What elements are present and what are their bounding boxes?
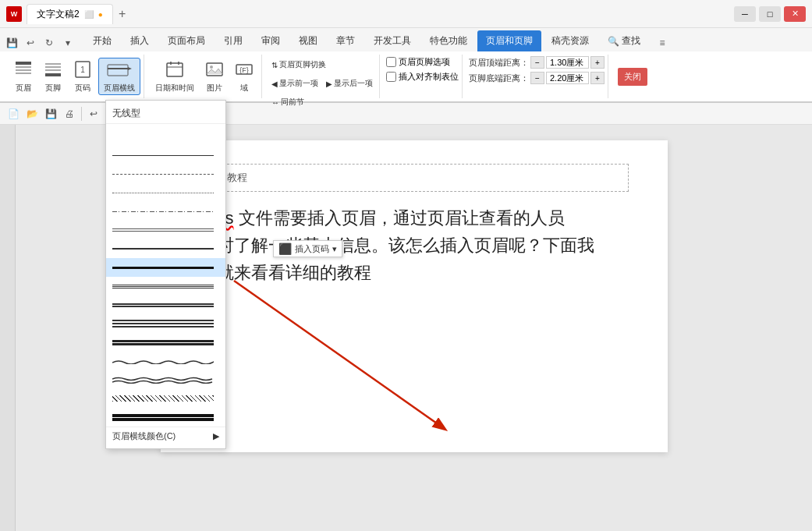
show-next-button[interactable]: ▶ 显示后一项 bbox=[323, 75, 376, 92]
close-header-footer-button[interactable]: 关闭 bbox=[618, 68, 647, 86]
image-button[interactable]: 图片 bbox=[200, 58, 229, 95]
wps-logo: W bbox=[6, 6, 22, 22]
color-option-arrow: ▶ bbox=[213, 431, 219, 441]
header-button[interactable]: 页眉 bbox=[9, 58, 37, 95]
line-item-striped[interactable] bbox=[106, 296, 225, 314]
title-bar: W 文字文稿2 ⬜ ● + ─ □ ✕ bbox=[0, 0, 812, 28]
svg-text:1: 1 bbox=[80, 65, 85, 74]
header-footer-options-check[interactable]: 页眉页脚选项 bbox=[386, 56, 450, 68]
page-number-icon: 1 bbox=[73, 60, 92, 81]
header-line-dropdown: 无线型 bbox=[105, 100, 226, 449]
field-button[interactable]: {F} 域 bbox=[230, 58, 258, 95]
insert-buttons: 日期和时间 图片 {F} 域 bbox=[151, 56, 258, 97]
line-wider-preview bbox=[112, 320, 214, 327]
tooltip-icon: ⬛ bbox=[278, 242, 292, 255]
page-number-button[interactable]: 1 页码 bbox=[69, 58, 97, 95]
dropdown-btn[interactable]: ▾ bbox=[59, 34, 76, 51]
line-bold-preview bbox=[112, 340, 214, 345]
line-thick-multi-preview bbox=[112, 414, 214, 421]
save-quick-btn[interactable]: 💾 bbox=[42, 105, 59, 122]
navigation-buttons: ⇅ 页眉页脚切换 ◀ 显示前一项 ▶ 显示后一项 ↔ 同前节 bbox=[268, 56, 376, 111]
tab-search[interactable]: 🔍 查找 bbox=[599, 30, 649, 51]
header-margin-minus[interactable]: − bbox=[530, 56, 544, 69]
tab-page-layout[interactable]: 页面布局 bbox=[159, 30, 214, 51]
color-option-label: 页眉横线颜色(C) bbox=[112, 430, 176, 442]
line-item-multi-thin[interactable] bbox=[106, 277, 225, 296]
footer-margin-minus[interactable]: − bbox=[530, 72, 544, 84]
switch-header-footer-button[interactable]: ⇅ 页眉页脚切换 bbox=[268, 56, 329, 73]
undo-quick-btn[interactable]: ↩ bbox=[85, 105, 102, 122]
save-btn[interactable]: 💾 bbox=[3, 34, 20, 51]
line-none-preview bbox=[112, 131, 214, 142]
next-icon: ▶ bbox=[326, 80, 332, 88]
line-item-thin-solid[interactable] bbox=[106, 146, 225, 165]
align-tab-check[interactable]: 插入对齐制表位 bbox=[386, 71, 459, 83]
line-item-dotted[interactable] bbox=[106, 183, 225, 202]
line-thin-solid-preview bbox=[112, 155, 214, 156]
undo-btn[interactable]: ↩ bbox=[22, 34, 39, 51]
line-item-dashed[interactable] bbox=[106, 165, 225, 183]
line-item-bold[interactable] bbox=[106, 333, 225, 352]
header-line-button[interactable]: 页眉横线 bbox=[98, 58, 140, 95]
line-item-thick-multi[interactable] bbox=[106, 408, 225, 427]
margin-group: 页眉顶端距离： − + 页脚底端距离： − + bbox=[466, 55, 608, 98]
options-checkboxes: 页眉页脚选项 插入对齐制表位 bbox=[386, 56, 459, 97]
align-tab-input[interactable] bbox=[386, 72, 396, 82]
show-prev-button[interactable]: ◀ 显示前一项 bbox=[268, 75, 321, 92]
svg-rect-10 bbox=[108, 65, 128, 76]
line-item-diagonal[interactable] bbox=[106, 389, 225, 408]
page-header-region[interactable]: 详细教程 bbox=[200, 164, 629, 192]
navigation-group: ⇅ 页眉页脚切换 ◀ 显示前一项 ▶ 显示后一项 ↔ 同前节 bbox=[265, 55, 380, 98]
footer-margin-plus[interactable]: + bbox=[590, 72, 605, 84]
header-margin-plus[interactable]: + bbox=[590, 56, 605, 69]
image-icon bbox=[205, 60, 224, 81]
maximize-button[interactable]: □ bbox=[759, 6, 781, 22]
line-item-thick[interactable] bbox=[106, 258, 225, 277]
document-tab[interactable]: 文字文稿2 ⬜ ● bbox=[27, 4, 113, 24]
tab-dev-tools[interactable]: 开发工具 bbox=[365, 30, 420, 51]
line-item-wavy2[interactable] bbox=[106, 370, 225, 389]
open-btn[interactable]: 📂 bbox=[23, 105, 41, 122]
line-item-double-thin[interactable] bbox=[106, 221, 225, 239]
document-page: 详细教程 Wps 文件需要插入页眉，通过页眉让查看的人员 即时了解一些基本信息。… bbox=[161, 140, 668, 452]
tab-special[interactable]: 特色功能 bbox=[421, 30, 476, 51]
print-btn[interactable]: 🖨 bbox=[61, 105, 78, 122]
tab-chapter[interactable]: 章节 bbox=[328, 30, 363, 51]
svg-rect-3 bbox=[16, 73, 31, 74]
same-prev-button[interactable]: ↔ 同前节 bbox=[268, 94, 307, 111]
line-diagonal-preview bbox=[112, 395, 214, 402]
svg-rect-2 bbox=[16, 69, 31, 71]
header-line-color-option[interactable]: 页眉横线颜色(C) ▶ bbox=[106, 427, 225, 445]
minimize-button[interactable]: ─ bbox=[734, 6, 756, 22]
tab-insert[interactable]: 插入 bbox=[122, 30, 158, 51]
line-item-medium[interactable] bbox=[106, 239, 225, 258]
tab-start[interactable]: 开始 bbox=[84, 30, 120, 51]
line-item-wider[interactable] bbox=[106, 314, 225, 333]
ribbon-more-btn[interactable]: ≡ bbox=[654, 34, 671, 51]
date-time-label: 日期和时间 bbox=[155, 83, 194, 94]
body-line-2: 即时了解一些基本信息。该怎么插入页眉呢？下面我 bbox=[200, 232, 629, 259]
tab-review[interactable]: 审阅 bbox=[253, 30, 289, 51]
line-item-dash-dot[interactable] bbox=[106, 202, 225, 221]
new-btn[interactable]: 📄 bbox=[5, 105, 22, 122]
field-icon: {F} bbox=[235, 60, 254, 81]
header-footer-options-input[interactable] bbox=[386, 57, 396, 67]
header-text: 详细教程 bbox=[207, 171, 622, 185]
line-item-wavy1[interactable] bbox=[106, 352, 225, 370]
header-margin-input[interactable] bbox=[546, 56, 589, 69]
footer-margin-input[interactable] bbox=[546, 72, 589, 84]
svg-marker-12 bbox=[128, 67, 132, 70]
line-item-none[interactable] bbox=[106, 127, 225, 146]
line-thick-preview bbox=[112, 267, 214, 269]
redo-btn[interactable]: ↻ bbox=[41, 34, 58, 51]
footer-button[interactable]: 页脚 bbox=[39, 58, 67, 95]
date-time-button[interactable]: 日期和时间 bbox=[151, 58, 199, 95]
tab-header-footer[interactable]: 页眉和页脚 bbox=[477, 30, 541, 51]
header-line-label: 页眉横线 bbox=[104, 83, 135, 94]
tab-template[interactable]: 稿壳资源 bbox=[543, 30, 597, 51]
tab-reference[interactable]: 引用 bbox=[215, 30, 251, 51]
close-button[interactable]: ✕ bbox=[784, 6, 806, 22]
add-tab-button[interactable]: + bbox=[113, 5, 132, 23]
tab-view[interactable]: 视图 bbox=[290, 30, 326, 51]
line-dashed-preview bbox=[112, 174, 214, 175]
